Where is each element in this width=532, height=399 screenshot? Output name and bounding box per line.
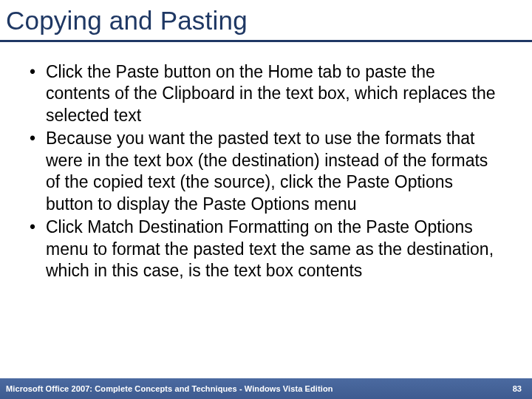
slide: Copying and Pasting Click the Paste butt…: [0, 0, 532, 399]
footer-text: Microsoft Office 2007: Complete Concepts…: [6, 384, 333, 393]
bullet-item: Click the Paste button on the Home tab t…: [28, 61, 504, 126]
bullet-list: Click the Paste button on the Home tab t…: [28, 61, 504, 282]
page-number: 83: [513, 384, 522, 393]
bullet-item: Because you want the pasted text to use …: [28, 128, 504, 215]
bullet-item: Click Match Destination Formatting on th…: [28, 216, 504, 282]
slide-title: Copying and Pasting: [0, 0, 532, 40]
content-area: Click the Paste button on the Home tab t…: [0, 42, 532, 282]
footer-bar: Microsoft Office 2007: Complete Concepts…: [0, 378, 532, 399]
